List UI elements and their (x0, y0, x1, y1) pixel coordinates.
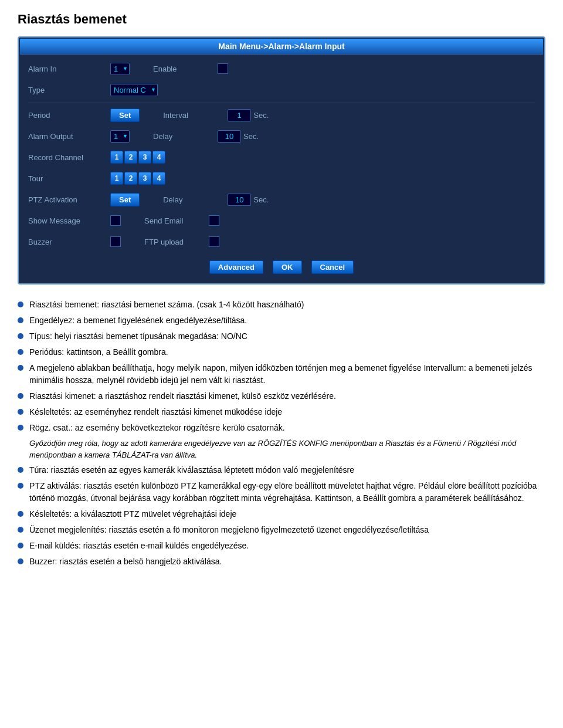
tour-ch-2-button[interactable]: 2 (124, 172, 137, 185)
ptz-label: PTZ Activation (28, 195, 110, 204)
ptz-delay-input[interactable] (228, 194, 251, 206)
record-ch-3-button[interactable]: 3 (138, 151, 151, 164)
record-ch-2-button[interactable]: 2 (124, 151, 137, 164)
list-item: Késleltetés: az eseményhez rendelt riasz… (18, 406, 545, 418)
list-item: Túra: riasztás esetén az egyes kamerák k… (18, 464, 545, 476)
list-item: Késleltetés: a kiválasztott PTZ müvelet … (18, 508, 545, 520)
bullet-icon (18, 558, 23, 564)
dialog-titlebar: Main Menu->Alarm->Alarm Input (20, 39, 543, 54)
bullet-icon (18, 425, 23, 431)
bullet-list-2: Túra: riasztás esetén az egyes kamerák k… (18, 464, 545, 568)
show-message-label: Show Message (28, 216, 110, 225)
bullet-list: Riasztási bemenet: riasztási bemenet szá… (18, 299, 545, 434)
list-item: E-mail küldés: riasztás esetén e-mail kü… (18, 540, 545, 552)
buzzer-checkbox[interactable] (110, 236, 121, 247)
bullet-icon (18, 511, 23, 517)
list-item: Riasztási bemenet: riasztási bemenet szá… (18, 299, 545, 311)
list-item: Buzzer: riasztás esetén a belsö hangjelz… (18, 556, 545, 568)
type-select-wrapper[interactable]: Normal C Normal O (110, 84, 158, 96)
bullet-icon (18, 409, 23, 415)
send-email-label: Send Email (144, 216, 209, 225)
dialog-footer: Advanced OK Cancel (28, 255, 535, 276)
tour-row: Tour 1 2 3 4 (28, 170, 535, 187)
bullet-icon (18, 349, 23, 355)
record-channel-row: Record Channel 1 2 3 4 (28, 149, 535, 165)
alarm-in-row: Alarm In 1 2 3 4 Enable (28, 60, 535, 77)
alarm-input-dialog: Main Menu->Alarm->Alarm Input Alarm In 1… (18, 36, 545, 285)
period-label: Period (28, 111, 110, 120)
bullet-icon (18, 393, 23, 399)
alarm-output-label: Alarm Output (28, 132, 110, 141)
list-item: Periódus: kattintson, a Beállít gombra. (18, 346, 545, 358)
tour-label: Tour (28, 174, 110, 183)
delay-input[interactable] (218, 130, 241, 143)
interval-label: Interval (163, 111, 228, 120)
ptz-row: PTZ Activation Set Delay Sec. (28, 191, 535, 208)
bullet-icon (18, 527, 23, 533)
advanced-button[interactable]: Advanced (209, 260, 263, 274)
content-section: Riasztási bemenet: riasztási bemenet szá… (18, 299, 545, 568)
tour-ch-3-button[interactable]: 3 (138, 172, 151, 185)
ftp-label: FTP upload (144, 238, 209, 246)
alarm-output-select-wrapper[interactable]: 1 2 (110, 130, 130, 143)
interval-input[interactable] (228, 109, 251, 121)
bullet-icon (18, 365, 23, 371)
delay-sec-label: Sec. (243, 132, 259, 141)
buzzer-row: Buzzer FTP upload (28, 233, 535, 250)
type-label: Type (28, 86, 110, 94)
list-item: PTZ aktiválás: riasztás esetén különbözö… (18, 480, 545, 504)
interval-sec-label: Sec. (253, 111, 269, 120)
list-item: Engedélyez: a bemenet figyelésének enged… (18, 314, 545, 327)
ok-button[interactable]: OK (273, 260, 302, 274)
delay-label: Delay (153, 132, 218, 141)
italic-note: Győzödjön meg róla, hogy az adott kamerá… (29, 438, 545, 460)
send-email-checkbox[interactable] (209, 215, 219, 226)
alarm-output-row: Alarm Output 1 2 Delay Sec. (28, 128, 535, 144)
list-item: A megjelenö ablakban beállíthatja, hogy … (18, 362, 545, 387)
record-channel-label: Record Channel (28, 153, 110, 162)
alarm-output-select[interactable]: 1 2 (110, 130, 130, 143)
cancel-button[interactable]: Cancel (311, 260, 354, 274)
period-set-button[interactable]: Set (110, 109, 140, 122)
alarm-in-select-wrapper[interactable]: 1 2 3 4 (110, 63, 130, 75)
ptz-set-button[interactable]: Set (110, 193, 140, 206)
bullet-icon (18, 317, 23, 323)
enable-label: Enable (153, 65, 218, 73)
period-row: Period Set Interval Sec. (28, 107, 535, 123)
delay2-label: Delay (163, 195, 228, 204)
record-ch-4-button[interactable]: 4 (152, 151, 165, 164)
ftp-checkbox[interactable] (209, 236, 219, 247)
type-row: Type Normal C Normal O (28, 82, 535, 98)
alarm-in-label: Alarm In (28, 65, 110, 73)
tour-ch-1-button[interactable]: 1 (110, 172, 123, 185)
buzzer-label: Buzzer (28, 238, 110, 246)
type-select[interactable]: Normal C Normal O (110, 84, 158, 96)
bullet-icon (18, 333, 23, 339)
page-title: Riasztás bemenet (18, 12, 545, 27)
list-item: Típus: helyi riasztási bemenet típusának… (18, 330, 545, 343)
record-ch-1-button[interactable]: 1 (110, 151, 123, 164)
bullet-icon (18, 543, 23, 548)
alarm-in-select[interactable]: 1 2 3 4 (110, 63, 130, 75)
show-message-row: Show Message Send Email (28, 212, 535, 229)
list-item: Riasztási kimenet: a riasztáshoz rendelt… (18, 390, 545, 402)
list-item: Rögz. csat.: az esemény bekövetkeztekor … (18, 422, 545, 434)
tour-ch-4-button[interactable]: 4 (152, 172, 165, 185)
bullet-icon (18, 302, 23, 307)
show-message-checkbox[interactable] (110, 215, 121, 226)
ptz-delay-sec-label: Sec. (253, 195, 269, 204)
list-item: Üzenet megjelenítés: riasztás esetén a f… (18, 524, 545, 536)
enable-checkbox[interactable] (218, 63, 228, 74)
bullet-icon (18, 467, 23, 473)
bullet-icon (18, 483, 23, 489)
